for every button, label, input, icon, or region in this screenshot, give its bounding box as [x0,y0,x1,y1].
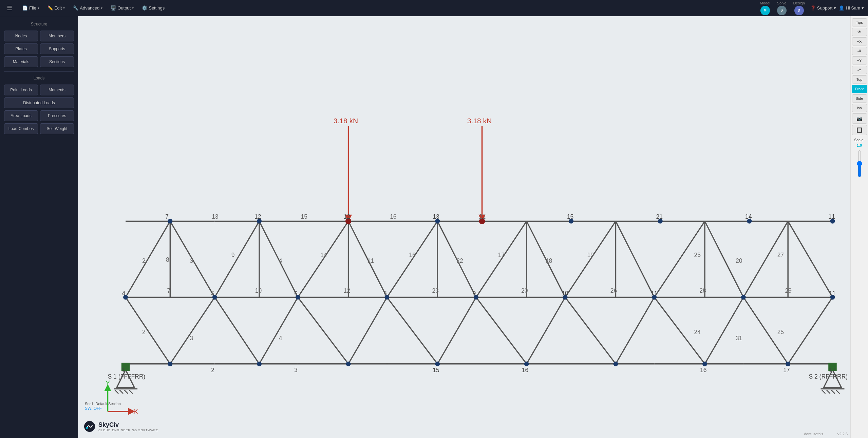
svg-text:S 2 (RFFRRR): S 2 (RFFRRR) [809,373,848,380]
svg-line-106 [836,390,840,394]
mode-solve[interactable]: Solve S [774,0,789,16]
svg-text:10: 10 [255,287,262,294]
svg-line-105 [831,390,835,394]
nav-edit[interactable]: ✏️ Edit ▾ [44,3,68,13]
svg-point-88 [346,362,351,366]
eye-icon: 👁 [857,30,861,34]
sidebar: Structure Nodes Members Plates Supports … [0,16,78,438]
view-minus-x[interactable]: -X [852,47,867,55]
svg-text:2: 2 [211,367,214,373]
svg-text:7: 7 [165,213,169,220]
svg-text:17: 17 [829,367,835,373]
svg-text:16: 16 [522,367,528,373]
materials-button[interactable]: Materials [4,56,38,67]
pressures-button[interactable]: Pressures [40,110,74,121]
nav-output[interactable]: 🖥️ Output ▾ [107,3,137,13]
nav-advanced[interactable]: 🔧 Advanced ▾ [70,3,106,13]
camera-settings-button[interactable]: 🔲 [852,125,867,135]
svg-text:4: 4 [122,290,126,297]
sections-button[interactable]: Sections [40,56,74,67]
plates-button[interactable]: Plates [4,43,38,54]
svg-text:21: 21 [656,213,662,220]
skyciv-logo-icon [83,420,96,433]
view-top[interactable]: Top [852,75,867,84]
svg-point-91 [613,362,618,366]
svg-line-50 [565,297,616,364]
header: ☰ 📄 File ▾ ✏️ Edit ▾ 🔧 Advanced ▾ 🖥️ Out… [0,0,868,16]
svg-text:3: 3 [190,335,193,342]
mode-model[interactable]: Model M [757,0,773,16]
scale-slider[interactable] [857,150,862,177]
svg-line-104 [827,390,830,394]
view-side[interactable]: Side [852,94,867,103]
sidebar-divider [4,71,74,72]
structure-canvas: 3.18 kN 3.18 kN [78,16,850,438]
svg-text:18: 18 [546,257,552,264]
edit-icon: ✏️ [48,5,53,11]
menu-button[interactable]: ☰ [4,3,15,13]
svg-line-98 [120,390,124,394]
svg-line-47 [437,297,476,364]
svg-text:25: 25 [777,329,784,335]
support-icon: ❓ [810,5,816,11]
distributed-loads-button[interactable]: Distributed Loads [4,97,74,108]
svg-text:3.18 kN: 3.18 kN [467,117,492,125]
view-iso[interactable]: Iso [852,104,867,112]
view-minus-y[interactable]: -Y [852,66,867,74]
svg-text:25: 25 [694,252,701,258]
svg-point-92 [702,362,707,366]
view-plus-y[interactable]: +Y [852,56,867,65]
svg-text:20: 20 [521,287,528,294]
load-combos-button[interactable]: Load Combos [4,123,38,134]
svg-text:27: 27 [777,252,784,258]
svg-text:17: 17 [498,252,505,258]
svg-text:21: 21 [479,213,486,220]
self-weight-button[interactable]: Self Weight [40,123,74,134]
view-plus-x[interactable]: +X [852,37,867,45]
svg-text:17: 17 [783,367,790,373]
chevron-down-icon: ▾ [132,6,134,10]
svg-line-36 [654,221,705,297]
svg-text:14: 14 [320,252,327,258]
svg-point-90 [524,362,529,366]
area-loads-button[interactable]: Area Loads [4,110,38,121]
svg-text:2: 2 [142,329,146,335]
svg-text:28: 28 [699,287,706,294]
svg-text:3: 3 [190,257,193,264]
right-panel: Tips 👁 +X -X +Y -Y Top Front Side Iso 📷 … [850,16,868,438]
chevron-down-icon: ▾ [38,6,39,10]
view-front[interactable]: Front [852,85,867,93]
scale-label: Scale: [854,138,865,142]
svg-point-89 [435,362,440,366]
mode-design[interactable]: Design D [791,0,808,16]
svg-line-40 [126,297,170,364]
svg-line-30 [387,221,437,297]
svg-text:19: 19 [587,252,593,258]
svg-text:15: 15 [301,213,307,220]
tips-button[interactable]: Tips [852,18,867,26]
screenshot-button[interactable]: 📷 [852,113,867,124]
svg-text:15: 15 [433,367,439,373]
version-label: v2.2.6 [837,432,848,436]
members-button[interactable]: Members [40,31,74,41]
svg-text:24: 24 [694,329,701,335]
moments-button[interactable]: Moments [40,85,74,95]
watermark: dontusethis [804,432,823,436]
svg-line-16 [126,221,170,297]
svg-line-100 [129,390,133,394]
nav-file[interactable]: 📄 File ▾ [19,3,43,13]
structure-label: Structure [4,22,74,26]
svg-text:2: 2 [142,257,146,264]
nodes-button[interactable]: Nodes [4,31,38,41]
svg-text:12: 12 [344,213,350,220]
svg-line-20 [298,221,348,297]
supports-button[interactable]: Supports [40,43,74,54]
nav-settings[interactable]: ⚙️ Settings [138,3,168,13]
point-loads-button[interactable]: Point Loads [4,85,38,95]
visibility-button[interactable]: 👁 [852,28,867,36]
user-button[interactable]: 👤 Hi Sam ▾ [839,5,864,11]
support-button[interactable]: ❓ Support ▾ [810,5,836,11]
svg-text:11: 11 [828,213,835,220]
svg-text:12: 12 [344,287,350,294]
canvas-area[interactable]: 3.18 kN 3.18 kN [78,16,850,438]
